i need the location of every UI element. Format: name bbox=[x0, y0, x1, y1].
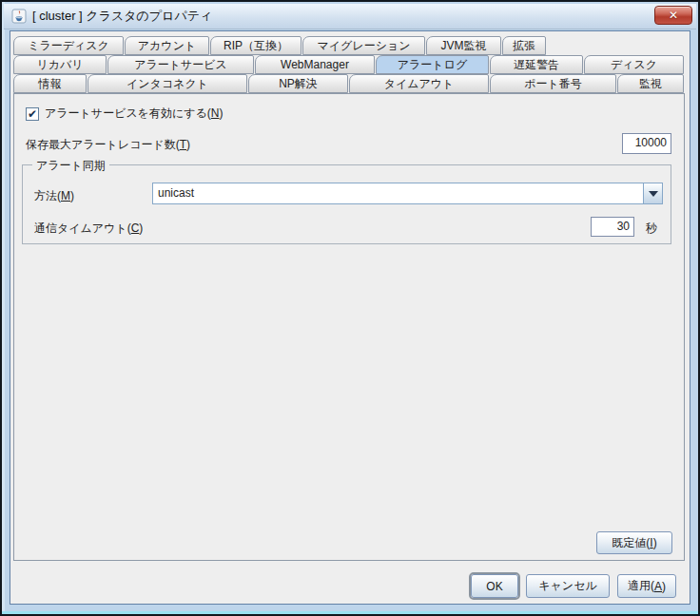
cancel-button[interactable]: キャンセル bbox=[526, 574, 610, 598]
tab-info[interactable]: 情報 bbox=[13, 74, 87, 93]
combo-dropdown-button[interactable] bbox=[643, 183, 662, 203]
tab-alert-service[interactable]: アラートサービス bbox=[107, 55, 254, 74]
tab-port-number[interactable]: ポート番号 bbox=[490, 74, 616, 93]
enable-alert-service-checkbox[interactable]: ✔ bbox=[26, 107, 39, 121]
title-bar[interactable]: [ cluster ] クラスタのプロパティ bbox=[4, 4, 696, 29]
dialog-window: [ cluster ] クラスタのプロパティ ✕ ミラーディスク アカウント R… bbox=[0, 0, 700, 616]
tab-row-1: ミラーディスク アカウント RIP（互換） マイグレーション JVM監視 拡張 bbox=[13, 36, 685, 55]
tab-extension[interactable]: 拡張 bbox=[502, 36, 546, 55]
tab-row-3: 情報 インタコネクト NP解決 タイムアウト ポート番号 監視 bbox=[13, 74, 685, 93]
apply-button[interactable]: 適用(A) bbox=[617, 574, 676, 598]
tab-migration[interactable]: マイグレーション bbox=[302, 36, 425, 55]
tab-rip-compat[interactable]: RIP（互換） bbox=[210, 36, 301, 55]
tab-strip: ミラーディスク アカウント RIP（互換） マイグレーション JVM監視 拡張 … bbox=[13, 36, 685, 93]
ok-button[interactable]: OK bbox=[471, 574, 518, 598]
tab-np-resolution[interactable]: NP解決 bbox=[248, 74, 348, 93]
max-records-row: 保存最大アラートレコード数(T) 10000 bbox=[26, 133, 671, 154]
comm-timeout-label: 通信タイムアウト(C) bbox=[34, 221, 143, 237]
close-button[interactable]: ✕ bbox=[654, 6, 692, 25]
sync-method-combobox[interactable]: unicast bbox=[152, 183, 663, 204]
tab-mirror-disk[interactable]: ミラーディスク bbox=[13, 36, 124, 55]
enable-alert-service-row: ✔ アラートサービスを有効にする(N) bbox=[26, 106, 223, 122]
comm-timeout-unit-label: 秒 bbox=[646, 221, 657, 237]
default-values-button[interactable]: 既定値(I) bbox=[596, 531, 672, 554]
alert-log-tab-panel: ✔ アラートサービスを有効にする(N) 保存最大アラートレコード数(T) 100… bbox=[13, 93, 685, 561]
comm-timeout-input[interactable]: 30 bbox=[591, 217, 634, 237]
max-records-label: 保存最大アラートレコード数(T) bbox=[26, 137, 190, 153]
dialog-client-area: ミラーディスク アカウント RIP（互換） マイグレーション JVM監視 拡張 … bbox=[10, 30, 690, 605]
tab-interconnect[interactable]: インタコネクト bbox=[88, 74, 247, 93]
tab-timeout[interactable]: タイムアウト bbox=[349, 74, 489, 93]
window-title: [ cluster ] クラスタのプロパティ bbox=[32, 8, 212, 25]
tab-row-2: リカバリ アラートサービス WebManager アラートログ 遅延警告 ディス… bbox=[13, 55, 685, 74]
tab-monitor[interactable]: 監視 bbox=[617, 74, 684, 93]
chevron-down-icon bbox=[649, 191, 658, 197]
java-app-icon bbox=[11, 9, 27, 24]
tab-webmanager[interactable]: WebManager bbox=[255, 55, 375, 74]
dialog-button-bar: OK キャンセル 適用(A) bbox=[471, 574, 676, 598]
tab-delay-warning[interactable]: 遅延警告 bbox=[490, 55, 583, 74]
sync-method-selected-value: unicast bbox=[153, 183, 643, 203]
checkmark-icon: ✔ bbox=[28, 107, 37, 121]
alert-sync-groupbox: アラート同期 方法(M) unicast 通信タイムアウト(C) 30 秒 bbox=[22, 164, 671, 244]
sync-method-label: 方法(M) bbox=[34, 188, 74, 204]
tab-disk[interactable]: ディスク bbox=[584, 55, 684, 74]
max-records-input[interactable]: 10000 bbox=[622, 133, 671, 154]
tab-alert-log[interactable]: アラートログ bbox=[376, 55, 489, 74]
tab-account[interactable]: アカウント bbox=[125, 36, 209, 55]
close-icon: ✕ bbox=[669, 9, 678, 22]
tab-jvm-monitor[interactable]: JVM監視 bbox=[426, 36, 501, 55]
tab-recovery[interactable]: リカバリ bbox=[13, 55, 107, 74]
enable-alert-service-label: アラートサービスを有効にする(N) bbox=[45, 106, 223, 122]
alert-sync-group-title: アラート同期 bbox=[32, 158, 109, 174]
